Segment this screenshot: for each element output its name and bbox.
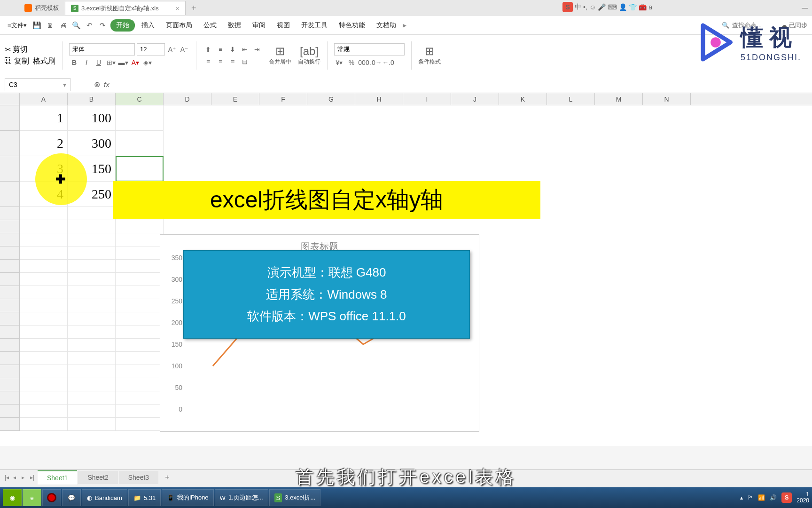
cell[interactable] xyxy=(68,339,116,352)
row-header[interactable] xyxy=(0,182,20,207)
col-header[interactable]: A xyxy=(20,93,68,105)
underline-icon[interactable]: U xyxy=(94,57,104,68)
row-header[interactable] xyxy=(0,131,20,156)
bold-icon[interactable]: B xyxy=(69,57,79,68)
mic-icon[interactable]: 🎤 xyxy=(598,3,606,11)
copy-icon[interactable]: ⿻ xyxy=(5,57,12,65)
cell[interactable] xyxy=(68,260,116,273)
cell[interactable] xyxy=(20,207,68,220)
cell[interactable] xyxy=(116,246,164,260)
align-left-icon[interactable]: ≡ xyxy=(203,56,213,67)
taskbar-iphone[interactable]: 📱 我的iPhone xyxy=(162,489,213,506)
col-header[interactable]: D xyxy=(164,93,211,105)
cell[interactable] xyxy=(20,312,68,325)
col-header[interactable]: M xyxy=(595,93,643,105)
inc-decimal-icon[interactable]: .0→ xyxy=(371,57,381,68)
cell[interactable] xyxy=(68,325,116,339)
cut-icon[interactable]: ✂ xyxy=(5,45,11,54)
ie-icon[interactable]: e xyxy=(23,489,41,506)
cell[interactable] xyxy=(20,391,68,405)
menu-start[interactable]: 开始 xyxy=(110,19,135,32)
increase-font-icon[interactable]: A⁺ xyxy=(167,44,177,55)
cell[interactable] xyxy=(68,391,116,405)
taskbar-bandicam[interactable]: ◐ Bandicam xyxy=(82,489,127,506)
row-header[interactable] xyxy=(0,365,20,378)
cell[interactable] xyxy=(68,418,116,431)
cell[interactable] xyxy=(68,299,116,312)
undo-icon[interactable]: ↶ xyxy=(84,20,95,31)
row-header[interactable] xyxy=(0,325,20,339)
cell[interactable] xyxy=(116,105,164,131)
cell[interactable] xyxy=(116,352,164,365)
cell[interactable] xyxy=(68,378,116,391)
keyboard-icon[interactable]: ⌨ xyxy=(608,3,617,11)
percent-icon[interactable]: % xyxy=(346,57,357,68)
cell[interactable] xyxy=(116,365,164,378)
cell-b2[interactable]: 300 xyxy=(68,131,116,156)
row-header[interactable] xyxy=(0,220,20,233)
template-tab[interactable]: 稻壳模板 xyxy=(19,1,65,15)
cell-c3-selected[interactable] xyxy=(116,156,164,182)
minimize-icon[interactable]: — xyxy=(802,4,808,11)
cancel-fx-icon[interactable]: ⊗ xyxy=(94,80,100,89)
cell-b1[interactable]: 100 xyxy=(68,105,116,131)
row-header[interactable] xyxy=(0,273,20,286)
cell[interactable] xyxy=(116,220,164,233)
cell[interactable] xyxy=(116,299,164,312)
align-top-icon[interactable]: ⬆ xyxy=(203,44,213,55)
row-header[interactable] xyxy=(0,352,20,365)
align-middle-icon[interactable]: ≡ xyxy=(215,44,226,55)
cell[interactable] xyxy=(68,352,116,365)
merge-icon[interactable]: ⊟ xyxy=(240,56,250,67)
cell[interactable] xyxy=(68,246,116,260)
start-button[interactable]: ◉ xyxy=(3,489,22,506)
col-header[interactable]: K xyxy=(499,93,547,105)
menu-special[interactable]: 特色功能 xyxy=(334,19,370,32)
cell[interactable] xyxy=(116,312,164,325)
cell[interactable] xyxy=(116,286,164,299)
col-header[interactable]: J xyxy=(451,93,499,105)
cell[interactable] xyxy=(20,405,68,418)
sogou-icon[interactable]: S xyxy=(562,2,573,12)
tray-flag-icon[interactable]: 🏳 xyxy=(748,494,753,501)
font-size-select[interactable] xyxy=(137,43,165,56)
cell[interactable] xyxy=(20,365,68,378)
col-header[interactable]: L xyxy=(547,93,595,105)
wechat-icon[interactable]: 💬 xyxy=(62,489,81,506)
shirt-icon[interactable]: 👕 xyxy=(629,3,637,11)
print-icon[interactable]: 🖨 xyxy=(58,20,69,31)
cell-a1[interactable]: 1 xyxy=(20,105,68,131)
taskbar-doc1[interactable]: W 1.页边距怎... xyxy=(215,489,268,506)
col-header[interactable]: G xyxy=(307,93,355,105)
menu-view[interactable]: 视图 xyxy=(272,19,295,32)
cell[interactable] xyxy=(68,273,116,286)
save-icon[interactable]: 💾 xyxy=(31,20,43,31)
cell[interactable] xyxy=(116,273,164,286)
highlight-icon[interactable]: ◈▾ xyxy=(142,57,153,68)
col-header[interactable]: F xyxy=(259,93,307,105)
row-header[interactable] xyxy=(0,286,20,299)
dec-decimal-icon[interactable]: ←.0 xyxy=(383,57,393,68)
ime-lang[interactable]: 中 xyxy=(575,3,581,11)
cell-a4[interactable]: 4 xyxy=(20,182,68,207)
cell[interactable] xyxy=(20,220,68,233)
tray-sogou-icon[interactable]: S xyxy=(781,492,792,503)
cell[interactable] xyxy=(20,299,68,312)
brush-label[interactable]: 格式刷 xyxy=(33,56,55,66)
col-header[interactable]: B xyxy=(68,93,116,105)
indent-right-icon[interactable]: ⇥ xyxy=(252,44,262,55)
cell[interactable] xyxy=(116,260,164,273)
cell[interactable] xyxy=(68,233,116,246)
cell[interactable] xyxy=(20,418,68,431)
row-header[interactable] xyxy=(0,378,20,391)
cell[interactable] xyxy=(116,131,164,156)
menu-dochelp[interactable]: 文档助 xyxy=(372,19,401,32)
font-name-select[interactable] xyxy=(69,43,135,56)
ime-punct-icon[interactable]: •, xyxy=(583,3,587,11)
cell[interactable] xyxy=(20,339,68,352)
indent-left-icon[interactable]: ⇤ xyxy=(240,44,250,55)
row-header[interactable] xyxy=(0,312,20,325)
cond-format-button[interactable]: ⊞ 条件格式 xyxy=(416,44,443,67)
tray-network-icon[interactable]: 📶 xyxy=(758,494,765,501)
select-all-corner[interactable] xyxy=(0,93,20,105)
